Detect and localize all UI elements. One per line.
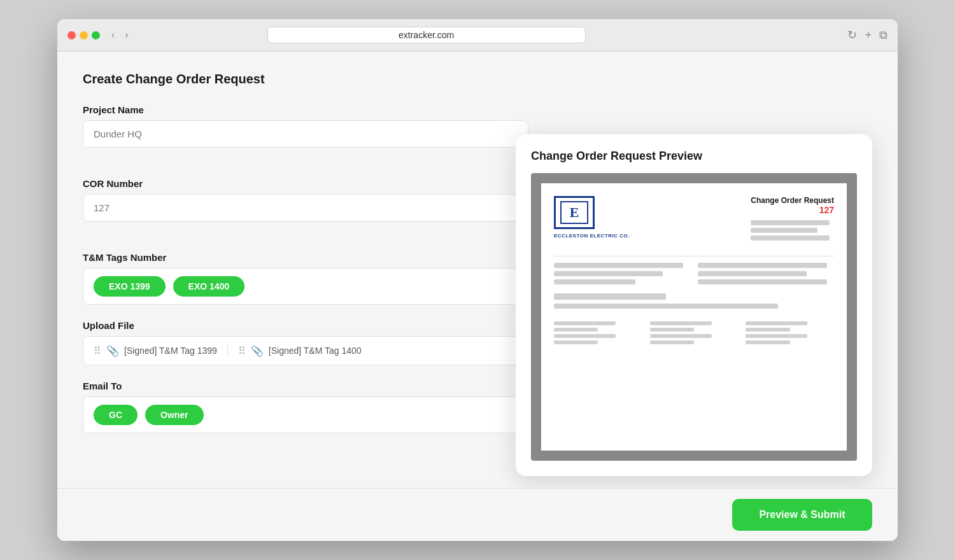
browser-chrome: ‹ › extracker.com ↻ + ⧉ xyxy=(57,19,898,52)
doc-line xyxy=(751,228,817,233)
doc-body xyxy=(554,293,834,309)
email-owner-button[interactable]: Owner xyxy=(145,405,204,425)
upload-container: ⠿ 📎 [Signed] T&M Tag 1399 ⠿ 📎 [Signed] T… xyxy=(83,336,528,365)
doc-line xyxy=(698,279,827,284)
doc-title-text: Change Order Request xyxy=(751,196,834,205)
doc-line xyxy=(554,279,635,284)
page-title: Create Change Order Request xyxy=(83,72,872,87)
doc-separator-1 xyxy=(554,256,834,256)
email-field-group: Email To GC Owner xyxy=(83,381,528,433)
email-gc-button[interactable]: GC xyxy=(94,405,138,425)
doc-number: 127 xyxy=(751,205,834,215)
preview-submit-button[interactable]: Preview & Submit xyxy=(732,499,872,531)
doc-body-line xyxy=(554,293,666,300)
doc-table-col-2 xyxy=(650,321,739,344)
file-name-2: [Signed] T&M Tag 1400 xyxy=(269,346,362,356)
project-name-label: Project Name xyxy=(83,104,528,115)
file-name-1: [Signed] T&M Tag 1399 xyxy=(124,346,217,356)
doc-cell xyxy=(650,334,712,338)
new-tab-icon[interactable]: + xyxy=(865,29,872,42)
doc-cell xyxy=(554,321,616,325)
forward-button[interactable]: › xyxy=(121,28,132,42)
doc-header: E ECCLESTON ELECTRIC CO. Change Order Re… xyxy=(554,196,834,246)
tm-tags-container: EXO 1399 EXO 1400 xyxy=(83,268,528,305)
upload-label: Upload File xyxy=(83,320,528,331)
copy-tab-icon[interactable]: ⧉ xyxy=(879,29,888,42)
doc-cell xyxy=(554,340,598,344)
address-bar[interactable]: extracker.com xyxy=(267,27,586,43)
project-name-field-group: Project Name xyxy=(83,104,528,163)
doc-table-col-3 xyxy=(746,321,834,344)
tm-tags-field-group: T&M Tags Number EXO 1399 EXO 1400 xyxy=(83,252,528,305)
doc-col-right xyxy=(698,263,834,284)
company-logo: E xyxy=(554,196,595,229)
doc-logo-area: E ECCLESTON ELECTRIC CO. xyxy=(554,196,630,239)
drag-handle-1[interactable]: ⠿ xyxy=(94,345,101,357)
browser-content: Create Change Order Request Project Name… xyxy=(57,52,898,488)
email-label: Email To xyxy=(83,381,528,391)
upload-field-group: Upload File ⠿ 📎 [Signed] T&M Tag 1399 ⠿ … xyxy=(83,320,528,365)
doc-cell xyxy=(554,328,598,332)
doc-line xyxy=(554,271,663,276)
preview-document-bg: E ECCLESTON ELECTRIC CO. Change Order Re… xyxy=(531,173,857,461)
tag-pill-1399[interactable]: EXO 1399 xyxy=(94,276,166,297)
doc-cell xyxy=(746,340,789,344)
company-name: ECCLESTON ELECTRIC CO. xyxy=(554,233,630,239)
drag-handle-2[interactable]: ⠿ xyxy=(238,345,246,357)
doc-cell xyxy=(650,321,712,325)
spacer xyxy=(554,284,834,293)
cor-number-field-group: COR Number xyxy=(83,178,528,237)
doc-line xyxy=(698,271,807,276)
cor-number-input[interactable] xyxy=(83,194,528,221)
spacer xyxy=(554,316,834,321)
doc-line xyxy=(698,263,827,268)
preview-page: E ECCLESTON ELECTRIC CO. Change Order Re… xyxy=(541,183,847,451)
paperclip-icon-1: 📎 xyxy=(106,345,119,357)
minimize-button[interactable] xyxy=(80,31,88,39)
reload-icon[interactable]: ↻ xyxy=(847,28,857,42)
doc-line xyxy=(554,263,683,268)
doc-header-lines-right xyxy=(751,220,834,241)
doc-line xyxy=(751,235,830,241)
doc-col-left xyxy=(554,263,690,284)
doc-line xyxy=(751,220,830,225)
traffic-lights xyxy=(67,31,100,39)
logo-letter: E xyxy=(570,204,579,221)
preview-panel-title: Change Order Request Preview xyxy=(531,150,857,163)
browser-window: ‹ › extracker.com ↻ + ⧉ Create Change Or… xyxy=(57,19,898,541)
doc-info-lines xyxy=(554,263,834,284)
maximize-button[interactable] xyxy=(92,31,100,39)
doc-table-area xyxy=(554,321,834,344)
doc-cell xyxy=(746,328,789,332)
logo-inner: E xyxy=(560,201,588,224)
upload-separator xyxy=(227,344,228,357)
cor-number-label: COR Number xyxy=(83,178,528,189)
doc-cell xyxy=(746,334,807,338)
toolbar-right: ↻ + ⧉ xyxy=(847,28,888,42)
tm-tags-label: T&M Tags Number xyxy=(83,252,528,263)
preview-panel: Change Order Request Preview E ECCLESTON… xyxy=(516,134,872,476)
doc-title-area: Change Order Request 127 xyxy=(751,196,834,246)
paperclip-icon-2: 📎 xyxy=(251,345,264,357)
email-tags-container: GC Owner xyxy=(83,396,528,433)
project-name-input[interactable] xyxy=(83,120,528,148)
bottom-bar: Preview & Submit xyxy=(57,488,898,541)
tag-pill-1400[interactable]: EXO 1400 xyxy=(173,276,245,297)
nav-buttons: ‹ › xyxy=(108,28,132,42)
doc-table-col-1 xyxy=(554,321,642,344)
close-button[interactable] xyxy=(67,31,76,39)
doc-cell xyxy=(650,328,694,332)
doc-body-line xyxy=(554,304,778,309)
form-section: Project Name COR Number T&M Tags Number … xyxy=(83,104,528,433)
doc-cell xyxy=(554,334,616,338)
doc-cell xyxy=(650,340,694,344)
back-button[interactable]: ‹ xyxy=(108,28,118,42)
doc-cell xyxy=(746,321,807,325)
